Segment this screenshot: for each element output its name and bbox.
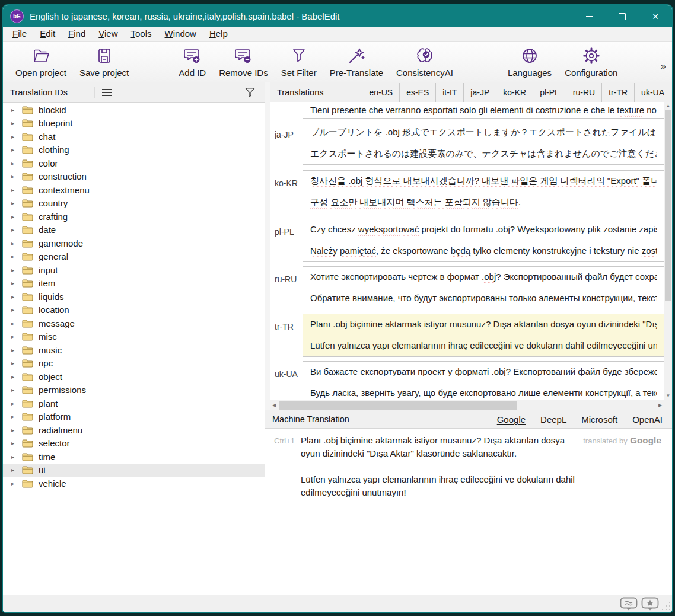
mt-tab-deepl[interactable]: DeepL (533, 411, 574, 428)
caret-icon[interactable]: ▸ (11, 320, 17, 327)
lang-tab-tr-TR[interactable]: tr-TR (601, 83, 634, 102)
configuration-button[interactable]: Configuration (558, 42, 624, 82)
tree-item-chat[interactable]: ▸chat (3, 130, 265, 143)
rate-icon[interactable] (641, 597, 659, 613)
tree-item-construction[interactable]: ▸construction (3, 170, 265, 184)
lang-tab-ko-KR[interactable]: ko-KR (496, 83, 533, 102)
lang-tab-en-US[interactable]: en-US (362, 83, 399, 102)
caret-icon[interactable]: ▸ (11, 333, 17, 340)
tree-item-color[interactable]: ▸color (3, 157, 265, 170)
tree-item-selector[interactable]: ▸selector (3, 437, 265, 451)
menu-help[interactable]: Help (203, 28, 234, 39)
horizontal-scroll-thumb[interactable] (279, 401, 517, 410)
menu-window[interactable]: Window (158, 28, 203, 39)
caret-icon[interactable]: ▸ (11, 280, 17, 286)
lang-tab-pl-PL[interactable]: pl-PL (533, 83, 566, 102)
tree-item-vehicle[interactable]: ▸vehicle (3, 477, 265, 490)
caret-icon[interactable]: ▸ (11, 240, 17, 247)
caret-icon[interactable]: ▸ (11, 146, 17, 153)
translation-textbox[interactable]: Ви бажаєте експортувати проект у форматі… (303, 361, 664, 400)
tree-item-crafting[interactable]: ▸crafting (3, 210, 265, 224)
tree-item-time[interactable]: ▸time (3, 450, 265, 464)
caret-icon[interactable]: ▸ (11, 387, 17, 393)
tree-item-object[interactable]: ▸object (3, 370, 265, 384)
tree-item-message[interactable]: ▸message (3, 317, 265, 330)
tree-item-radialmenu[interactable]: ▸radialmenu (3, 423, 265, 437)
translation-textbox[interactable]: Czy chcesz wyeksportować projekt do form… (303, 219, 664, 262)
caret-icon[interactable]: ▸ (11, 400, 17, 407)
tree-item-contextmenu[interactable]: ▸contextmenu (3, 183, 265, 197)
toolbar-overflow-button[interactable]: » (661, 60, 666, 72)
scroll-left-icon[interactable]: ◀ (270, 400, 278, 410)
caret-icon[interactable]: ▸ (11, 427, 17, 433)
lang-tab-uk-UA[interactable]: uk-UA (634, 83, 671, 102)
close-button[interactable]: ✕ (639, 5, 672, 27)
caret-icon[interactable]: ▸ (11, 173, 17, 180)
tree-item-misc[interactable]: ▸misc (3, 330, 265, 344)
menu-edit[interactable]: Edit (33, 28, 62, 39)
horizontal-scrollbar[interactable]: ◀ ▶ (270, 400, 664, 410)
scroll-right-icon[interactable]: ▶ (656, 400, 664, 410)
vertical-scrollbar[interactable]: ▲ ▼ (664, 102, 672, 400)
pre-translate-button[interactable]: Pre-Translate (323, 42, 390, 82)
tree-item-blockid[interactable]: ▸blockid (3, 103, 265, 117)
caret-icon[interactable]: ▸ (11, 213, 17, 220)
languages-button[interactable]: Languages (501, 42, 558, 82)
caret-icon[interactable]: ▸ (11, 160, 17, 167)
caret-icon[interactable]: ▸ (11, 480, 17, 487)
tree-item-ui[interactable]: ▸ui (3, 464, 265, 477)
vertical-scroll-thumb[interactable] (665, 110, 671, 301)
caret-icon[interactable]: ▸ (11, 200, 17, 206)
scroll-up-icon[interactable]: ▲ (664, 102, 672, 110)
lang-tab-ja-JP[interactable]: ja-JP (463, 83, 496, 102)
minimize-button[interactable] (572, 5, 606, 27)
caret-icon[interactable]: ▸ (11, 293, 17, 300)
caret-icon[interactable]: ▸ (11, 307, 17, 313)
tree-item-input[interactable]: ▸input (3, 263, 265, 277)
tree-item-platform[interactable]: ▸platform (3, 410, 265, 424)
menu-find[interactable]: Find (62, 28, 92, 39)
caret-icon[interactable]: ▸ (11, 107, 17, 113)
tree-item-country[interactable]: ▸country (3, 197, 265, 210)
tree-item-item[interactable]: ▸item (3, 277, 265, 291)
add-id-button[interactable]: Add ID (172, 42, 212, 82)
consistency-ai-button[interactable]: ConsistencyAI (390, 42, 460, 82)
tree-item-liquids[interactable]: ▸liquids (3, 290, 265, 304)
tree-item-permissions[interactable]: ▸permissions (3, 384, 265, 397)
caret-icon[interactable]: ▸ (11, 360, 17, 366)
caret-icon[interactable]: ▸ (11, 374, 17, 380)
tree-item-plant[interactable]: ▸plant (3, 397, 265, 410)
caret-icon[interactable]: ▸ (11, 267, 17, 273)
caret-icon[interactable]: ▸ (11, 467, 17, 473)
tree-item-date[interactable]: ▸date (3, 224, 265, 237)
caret-icon[interactable]: ▸ (11, 187, 17, 193)
tree-item-music[interactable]: ▸music (3, 343, 265, 357)
translation-textbox[interactable]: Tieni presente che verranno esportati so… (303, 103, 664, 119)
mt-tab-microsoft[interactable]: Microsoft (574, 411, 625, 428)
tree-filter-icon[interactable] (244, 87, 256, 100)
save-project-button[interactable]: Save project (73, 42, 135, 82)
translation-textbox[interactable]: ブループリントを .obj 形式でエクスポートしますか？エクスポートされたファイ… (303, 122, 664, 165)
caret-icon[interactable]: ▸ (11, 347, 17, 353)
menu-view[interactable]: View (92, 28, 124, 39)
tree-item-npc[interactable]: ▸npc (3, 357, 265, 371)
tree-item-general[interactable]: ▸general (3, 250, 265, 264)
translation-textbox[interactable]: Хотите экспортировать чертеж в формат .o… (303, 266, 664, 309)
tree-menu-button[interactable] (94, 87, 119, 98)
caret-icon[interactable]: ▸ (11, 440, 17, 446)
caret-icon[interactable]: ▸ (11, 413, 17, 420)
lang-tab-es-ES[interactable]: es-ES (399, 83, 435, 102)
resize-grip[interactable] (669, 609, 670, 610)
caret-icon[interactable]: ▸ (11, 226, 17, 233)
titlebar[interactable]: bE English to japanese, korean, russia, … (3, 5, 672, 27)
menu-tools[interactable]: Tools (125, 28, 158, 39)
lang-tab-it-IT[interactable]: it-IT (435, 83, 463, 102)
tree-item-clothing[interactable]: ▸clothing (3, 143, 265, 157)
feedback-icon[interactable] (620, 597, 638, 613)
lang-tab-ru-RU[interactable]: ru-RU (566, 83, 601, 102)
caret-icon[interactable]: ▸ (11, 253, 17, 260)
maximize-button[interactable] (606, 5, 639, 27)
caret-icon[interactable]: ▸ (11, 454, 17, 460)
menu-file[interactable]: File (6, 28, 33, 39)
open-project-button[interactable]: Open project (9, 42, 73, 82)
